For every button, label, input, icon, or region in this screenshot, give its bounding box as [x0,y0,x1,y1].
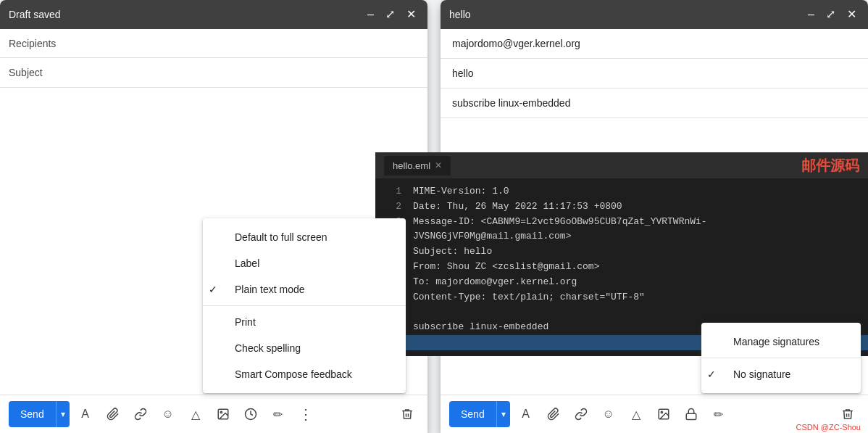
left-discard-button[interactable] [396,403,419,426]
subject-label: Subject [9,67,67,78]
code-line-7: 7Content-Type: text/plain; charset="UTF-… [375,290,868,305]
menu-item-smart-compose[interactable]: Smart Compose feedback [203,361,406,387]
right-expand-button[interactable]: ⤢ [823,7,838,22]
right-compose-header-actions: – ⤢ ✕ [805,7,859,22]
code-line-1: 1MIME-Version: 1.0 [375,184,868,199]
line-text-6: To: majordomo@vger.kernel.org [413,275,577,290]
left-send-arrow-button[interactable]: ▾ [56,401,70,427]
email-display: majordomo@vger.kernel.org hello subscrib… [441,29,868,118]
menu-item-spelling-label: Check spelling [235,342,301,354]
left-send-button-group: Send ▾ [9,401,70,427]
line-text-3: Message-ID: <CABNM9=L2vct9GoOBw95CUB7qZa… [413,215,862,245]
no-signature-check: ✓ [707,368,722,380]
right-pen-button[interactable]: ✏ [707,403,730,426]
right-close-button[interactable]: ✕ [844,7,859,22]
svg-rect-5 [686,413,696,419]
code-line-2: 2Date: Thu, 26 May 2022 11:17:53 +0800 [375,199,868,215]
no-signature-label: No signature [733,368,790,380]
code-tab-close-button[interactable]: ✕ [435,160,442,170]
menu-item-manage-signatures[interactable]: Manage signatures [701,329,861,355]
line-text-9: subscribe linux-embedded [413,320,548,335]
email-body-row: subscribe linux-embedded [441,88,868,118]
menu-item-fullscreen-label: Default to full screen [235,231,327,243]
left-drive-button[interactable]: △ [184,403,207,426]
menu-item-plaintext-label: Plain text mode [235,284,305,295]
email-body-text: subscribe linux-embedded [452,97,570,109]
manage-signatures-label: Manage signatures [733,336,819,347]
label-check [209,257,223,269]
left-minimize-button[interactable]: – [364,7,377,22]
code-line-3: 3Message-ID: <CABNM9=L2vct9GoOBw95CUB7qZ… [375,215,868,245]
menu-item-plaintext[interactable]: ✓ Plain text mode [203,276,406,302]
line-text-1: MIME-Version: 1.0 [413,184,509,199]
left-compose-fields: Recipients Subject [0,29,427,88]
left-compose-header: Draft saved – ⤢ ✕ [0,0,427,29]
left-link-button[interactable] [129,403,152,426]
fullscreen-check [209,231,223,243]
recipients-input[interactable] [67,38,419,49]
left-more-options-button[interactable]: ⋮ [294,403,317,426]
right-format-text-button[interactable]: A [514,403,538,426]
context-menu: Default to full screen Label ✓ Plain tex… [203,218,406,393]
code-line-8: 8 [375,305,868,320]
right-send-arrow-button[interactable]: ▾ [496,401,510,427]
code-line-6: 6To: majordomo@vger.kernel.org [375,275,868,290]
recipients-label: Recipients [9,38,67,49]
email-subject-row: hello [441,59,868,88]
recipients-field: Recipients [0,29,427,58]
left-send-main-button[interactable]: Send [9,401,56,427]
line-text-4: Subject: hello [413,244,492,260]
left-format-text-button[interactable]: A [74,403,97,426]
print-check [209,316,223,328]
menu-item-label[interactable]: Label [203,250,406,276]
subject-input[interactable] [67,67,419,78]
code-tab-name: hello.eml [393,160,430,171]
left-attach-button[interactable] [101,403,125,426]
right-send-button-group: Send ▾ [449,401,510,427]
subject-field: Subject [0,58,427,87]
right-drive-button[interactable]: △ [625,403,648,426]
menu-item-smart-compose-label: Smart Compose feedback [235,368,352,380]
line-text-5: From: Shou ZC <zcslist@gmail.com> [413,260,599,275]
right-emoji-button[interactable]: ☺ [597,403,620,426]
svg-point-1 [220,411,222,413]
line-text-7: Content-Type: text/plain; charset="UTF-8… [413,290,645,305]
code-tab-hello-eml[interactable]: hello.eml ✕ [384,156,451,176]
email-to-text: majordomo@vger.kernel.org [452,38,580,49]
code-panel-header: hello.eml ✕ 邮件源码 [375,152,868,178]
email-to-row: majordomo@vger.kernel.org [441,29,868,59]
right-confidential-button[interactable] [680,403,703,426]
line-number-2: 2 [381,199,401,215]
manage-signatures-check [707,336,722,347]
left-compose-window: Draft saved – ⤢ ✕ Recipients Subject Sen… [0,0,427,433]
menu-item-print-label: Print [235,316,256,328]
right-attach-button[interactable] [542,403,565,426]
right-send-main-button[interactable]: Send [449,401,496,427]
line-text-2: Date: Thu, 26 May 2022 11:17:53 +0800 [413,199,622,215]
menu-item-fullscreen[interactable]: Default to full screen [203,224,406,250]
left-compose-toolbar: Send ▾ A ☺ △ ✏ ⋮ [0,395,427,433]
right-minimize-button[interactable]: – [805,7,817,22]
plaintext-check: ✓ [209,284,223,295]
right-link-button[interactable] [569,403,593,426]
email-subject-text: hello [452,67,474,79]
right-compose-title: hello [449,9,471,20]
code-panel-title: 邮件源码 [801,156,859,176]
right-photo-button[interactable] [652,403,675,426]
signature-menu-divider [701,358,861,358]
left-pen-button[interactable]: ✏ [267,403,290,426]
left-compose-header-actions: – ⤢ ✕ [364,7,419,22]
menu-item-no-signature[interactable]: ✓ No signature [701,361,861,387]
left-photo-button[interactable] [212,403,235,426]
right-compose-header: hello – ⤢ ✕ [441,0,868,29]
menu-item-print[interactable]: Print [203,309,406,335]
left-emoji-button[interactable]: ☺ [157,403,180,426]
csdn-watermark: CSDN @ZC-Shou [796,423,861,432]
left-schedule-button[interactable] [239,403,262,426]
left-expand-button[interactable]: ⤢ [383,7,398,22]
svg-point-4 [661,411,662,413]
menu-item-label-label: Label [235,257,259,269]
left-close-button[interactable]: ✕ [404,7,419,22]
menu-item-spelling[interactable]: Check spelling [203,335,406,361]
code-line-4: 4Subject: hello [375,244,868,260]
